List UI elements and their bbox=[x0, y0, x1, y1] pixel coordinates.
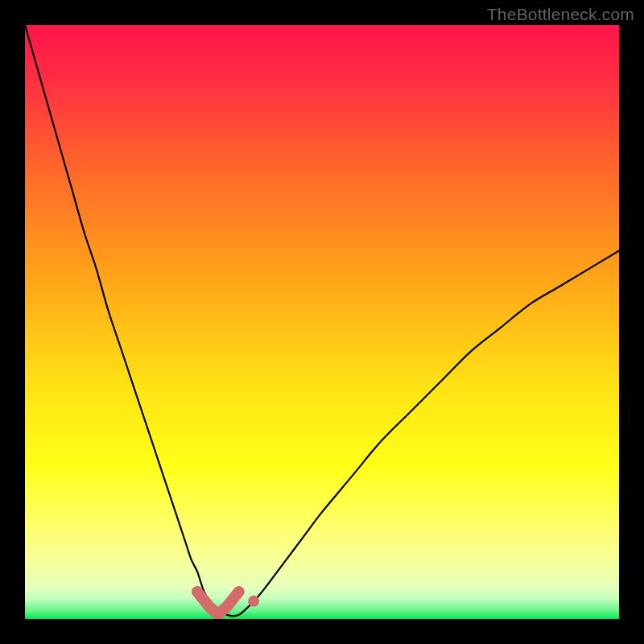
chart-stage: TheBottleneck.com bbox=[0, 0, 644, 644]
plot-area bbox=[25, 25, 619, 619]
watermark-site-label: TheBottleneck.com bbox=[487, 5, 634, 24]
gradient-background bbox=[25, 25, 619, 619]
bottleneck-chart bbox=[25, 25, 619, 619]
highlight-dot bbox=[248, 596, 259, 607]
